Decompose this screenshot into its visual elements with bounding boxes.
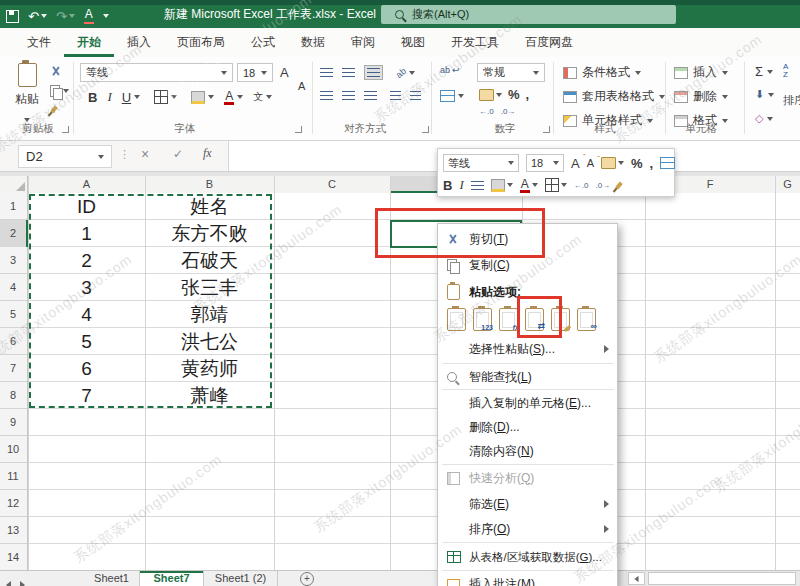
alignment-dialog-launcher[interactable] [422,126,429,133]
enter-button[interactable]: ✓ [173,147,183,161]
mini-font-color-button[interactable]: A [520,178,538,193]
tab-home[interactable]: 开始 [64,28,114,57]
italic-button[interactable]: I [107,89,111,105]
sort-filter-button[interactable]: A Z 排序 [783,63,800,125]
row-header[interactable]: 5 [0,301,26,328]
mini-fill-color-button[interactable] [491,179,513,192]
row-header[interactable]: 1 [0,193,26,220]
select-all-corner[interactable] [0,176,28,193]
row-header[interactable]: 2 [0,220,26,247]
mini-font-size-combo[interactable]: 18 [526,154,564,172]
insert-cells-button[interactable]: 插入 [674,64,728,81]
qat-customize-chevron-icon[interactable] [103,14,109,18]
scroll-left-button[interactable] [628,572,645,585]
underline-button[interactable]: U [122,90,140,105]
increase-decimal-button[interactable]: ←.0 [479,107,494,116]
tab-formulas[interactable]: 公式 [238,28,288,57]
tab-review[interactable]: 审阅 [338,28,388,57]
menu-item-clear-contents[interactable]: 清除内容(N) [439,439,617,463]
merge-center-button[interactable] [440,90,464,102]
mini-accounting-button[interactable] [601,157,624,169]
menu-item-sort[interactable]: 排序(O) [439,517,617,541]
decrease-decimal-button[interactable]: .0→ [501,107,516,116]
tab-insert[interactable]: 插入 [114,28,164,57]
accounting-format-button[interactable] [479,89,502,101]
sheet-scroll-left-icon[interactable] [6,575,11,586]
copy-button[interactable] [50,85,69,97]
sheet-tab-sheet1-2[interactable]: Sheet1 (2) [204,571,278,586]
number-dialog-launcher[interactable] [543,126,550,133]
format-as-table-button[interactable]: 套用表格格式 [563,88,665,105]
mini-bold-button[interactable]: B [443,178,452,193]
number-format-combo[interactable]: 常规 [477,63,545,82]
cancel-button[interactable]: × [141,146,149,162]
mini-percent-button[interactable]: % [631,156,643,171]
row-header[interactable]: 4 [0,274,26,301]
tab-page-layout[interactable]: 页面布局 [164,28,238,57]
formula-bar-handle[interactable]: ⋮ [119,148,130,161]
menu-item-insert-copied-cells[interactable]: 插入复制的单元格(E)... [439,391,617,415]
menu-item-filter[interactable]: 筛选(E) [439,492,617,516]
font-size-combo[interactable]: 18 [237,63,273,82]
menu-item-delete[interactable]: 删除(D)... [439,415,617,439]
name-box[interactable]: D2 [18,145,112,168]
mini-comma-button[interactable]: , [650,156,654,171]
redo-button[interactable]: ↷ [56,10,75,23]
clipboard-dialog-launcher[interactable] [62,126,69,133]
row-header[interactable]: 7 [0,355,26,382]
conditional-formatting-button[interactable]: 条件格式 [563,64,641,81]
font-color-button[interactable]: A [224,90,243,105]
mini-merge-icon[interactable] [660,157,675,169]
column-header-c[interactable]: C [274,176,390,193]
fill-color-button[interactable] [191,91,214,104]
align-top-icon[interactable] [320,68,333,77]
row-header[interactable]: 10 [0,436,26,463]
format-painter-button[interactable] [52,106,56,113]
bold-button[interactable]: B [88,90,97,105]
percent-style-button[interactable]: % [508,87,520,102]
decrease-indent-icon[interactable] [390,91,401,100]
increase-indent-icon[interactable] [410,91,421,100]
align-left-icon[interactable] [320,91,333,100]
mini-grow-font-button[interactable]: Aˆ [571,157,580,170]
row-header[interactable]: 6 [0,328,26,355]
mini-font-name-combo[interactable]: 等线 [443,154,519,172]
comma-style-button[interactable]: , [526,87,530,102]
sheet-tab-sheet7[interactable]: Sheet7 [140,571,204,586]
autosum-button[interactable]: Σ [755,64,773,79]
font-color-qat-button[interactable]: A [84,8,94,23]
align-right-icon[interactable] [364,91,377,100]
font-name-combo[interactable]: 等线 [80,63,233,82]
new-sheet-button[interactable]: + [300,572,314,586]
column-header-a[interactable]: A [28,176,145,193]
scrollbar-thumb[interactable] [648,572,796,585]
save-icon[interactable] [6,10,19,23]
row-header[interactable]: 3 [0,247,26,274]
paste-link-icon[interactable]: ∞ [577,308,596,331]
row-header[interactable]: 11 [0,463,26,490]
row-header[interactable]: 14 [0,544,26,571]
row-header[interactable]: 12 [0,490,26,517]
horizontal-scrollbar[interactable] [625,571,800,586]
paste-formulas-icon[interactable]: fx [499,308,518,331]
undo-button[interactable]: ↶ [28,10,47,23]
font-dialog-launcher[interactable] [295,126,302,133]
mini-align-center-icon[interactable] [471,181,484,190]
row-header[interactable]: 8 [0,382,26,409]
tab-data[interactable]: 数据 [288,28,338,57]
mini-format-painter-icon[interactable] [615,181,623,189]
tab-baidu-netdisk[interactable]: 百度网盘 [512,28,586,57]
tab-file[interactable]: 文件 [14,28,64,57]
paste-values-icon[interactable]: 123 [473,308,492,331]
mini-italic-button[interactable]: I [459,177,463,193]
align-middle-icon[interactable] [342,68,355,77]
row-header[interactable]: 13 [0,517,26,544]
align-center-icon[interactable] [342,91,355,100]
menu-item-insert-comment[interactable]: 插入批注(M) [439,572,617,586]
fill-button[interactable]: ⬇ [755,88,774,101]
orientation-button[interactable]: ab [396,68,415,78]
align-bottom-button[interactable] [364,65,383,80]
wrap-text-button[interactable]: ab↩ [440,65,460,75]
sheet-scroll-right-icon[interactable] [20,575,25,586]
clear-button[interactable]: ◇ [755,112,773,125]
